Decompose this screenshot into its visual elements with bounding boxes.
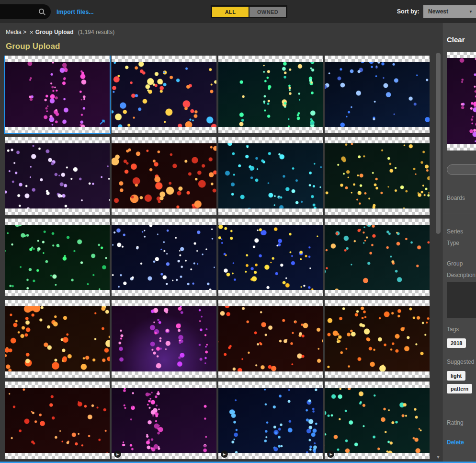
transparency-checker — [112, 127, 216, 133]
close-icon[interactable]: × — [30, 29, 34, 35]
panel-action-button[interactable] — [447, 164, 476, 175]
suggested-tag-chip[interactable]: pattern — [447, 384, 472, 394]
expand-arrow-icon[interactable]: ↗ — [99, 118, 106, 126]
transparency-checker — [325, 127, 430, 133]
media-tile[interactable] — [112, 300, 216, 378]
breadcrumb: Media > × Group Upload (1,194 results) — [0, 23, 434, 41]
thumbnail-image — [325, 62, 430, 127]
transparency-checker — [112, 371, 216, 378]
media-tile[interactable] — [218, 56, 323, 133]
tab-all[interactable]: ALL — [212, 7, 249, 17]
transparency-checker — [218, 127, 323, 133]
transparency-checker — [5, 208, 110, 215]
media-tile[interactable] — [112, 219, 216, 296]
details-panel: Clear Boards Series Type Group Descripti… — [442, 23, 476, 463]
transparency-checker — [112, 290, 216, 296]
suggested-tag-chip[interactable]: light — [447, 371, 465, 381]
transparency-checker — [112, 137, 216, 143]
transparency-checker — [5, 127, 110, 133]
transparency-checker — [325, 371, 430, 378]
suggested-label: Suggested — [447, 359, 474, 365]
transparency-checker — [325, 300, 430, 306]
transparency-checker — [112, 208, 216, 215]
divider — [442, 213, 476, 213]
media-tile[interactable] — [112, 56, 216, 133]
transparency-checker — [325, 290, 430, 296]
filter-chip-label: Group Upload — [35, 29, 74, 35]
media-tile[interactable] — [112, 137, 216, 215]
media-tile[interactable] — [5, 300, 110, 378]
transparency-checker — [5, 290, 110, 296]
suggested-chips: lightpattern — [447, 371, 472, 394]
sort-control: Sort by: Newest ▼ — [397, 5, 476, 18]
transparency-checker — [325, 137, 430, 143]
media-tile[interactable]: ▶ — [218, 382, 323, 459]
selected-preview — [447, 52, 476, 150]
scroll-down-arrow-icon[interactable]: ▾ — [434, 454, 442, 460]
transparency-checker — [218, 219, 323, 225]
media-tile[interactable] — [5, 137, 110, 215]
tag-chip[interactable]: 2018 — [447, 338, 466, 348]
main-content: Media > × Group Upload (1,194 results) G… — [0, 23, 434, 463]
filter-chip-group-upload[interactable]: × Group Upload — [30, 29, 74, 35]
transparency-checker — [218, 290, 323, 296]
media-grid: ↗▶▶▶ — [0, 56, 434, 463]
transparency-checker — [325, 208, 430, 215]
tags-label: Tags — [447, 326, 459, 333]
thumbnail-image — [112, 143, 216, 208]
transparency-checker — [218, 300, 323, 306]
transparency-checker — [5, 56, 110, 62]
thumbnail-image — [112, 225, 216, 290]
media-tile[interactable] — [325, 300, 430, 378]
top-bar: Import files... ALL OWNED Sort by: Newes… — [0, 0, 476, 23]
app-window: Import files... ALL OWNED Sort by: Newes… — [0, 0, 476, 463]
play-icon[interactable]: ▶ — [221, 451, 228, 458]
sort-by-label: Sort by: — [397, 8, 419, 15]
scrollbar-thumb[interactable] — [436, 53, 441, 234]
play-icon[interactable]: ▶ — [114, 451, 121, 458]
media-tile[interactable] — [5, 382, 110, 459]
thumbnail-image — [112, 62, 216, 127]
media-tile[interactable]: ↗ — [5, 56, 110, 133]
thumbnail-image — [5, 306, 110, 371]
transparency-checker — [5, 371, 110, 378]
transparency-checker — [325, 382, 430, 388]
thumbnail-image — [5, 388, 110, 453]
thumbnail-image — [112, 388, 216, 453]
transparency-checker — [325, 453, 430, 459]
tab-owned[interactable]: OWNED — [249, 7, 286, 17]
tag-chips: 2018 — [447, 338, 466, 348]
media-tile[interactable]: ▶ — [112, 382, 216, 459]
transparency-checker — [218, 371, 323, 378]
delete-link[interactable]: Delete — [447, 439, 464, 446]
thumbnail-image — [325, 306, 430, 371]
media-tile[interactable] — [218, 137, 323, 215]
media-tile[interactable] — [218, 219, 323, 296]
media-tile[interactable] — [218, 300, 323, 378]
thumbnail-image — [218, 306, 323, 371]
boards-label: Boards — [447, 195, 465, 201]
thumbnail-image — [218, 143, 323, 208]
type-label: Type — [447, 240, 459, 246]
transparency-checker — [5, 137, 110, 143]
media-tile[interactable] — [325, 56, 430, 133]
media-tile[interactable] — [325, 137, 430, 215]
transparency-checker — [325, 219, 430, 225]
chevron-down-icon: ▼ — [469, 10, 473, 14]
clear-button[interactable]: Clear — [447, 35, 465, 44]
transparency-checker — [218, 137, 323, 143]
search-input[interactable] — [0, 4, 51, 19]
description-field[interactable] — [447, 282, 476, 318]
thumbnail-image — [218, 225, 323, 290]
transparency-checker — [447, 144, 476, 150]
thumbnail-image — [218, 62, 323, 127]
breadcrumb-media[interactable]: Media > — [6, 29, 26, 35]
media-tile[interactable] — [5, 219, 110, 296]
media-tile[interactable] — [325, 219, 430, 296]
transparency-checker — [5, 219, 110, 225]
description-label: Description — [447, 272, 476, 278]
import-files-link[interactable]: Import files... — [57, 9, 94, 15]
media-tile[interactable]: ▶ — [325, 382, 430, 459]
scrollbar[interactable]: ▾ — [434, 23, 442, 463]
sort-dropdown[interactable]: Newest ▼ — [423, 5, 476, 18]
